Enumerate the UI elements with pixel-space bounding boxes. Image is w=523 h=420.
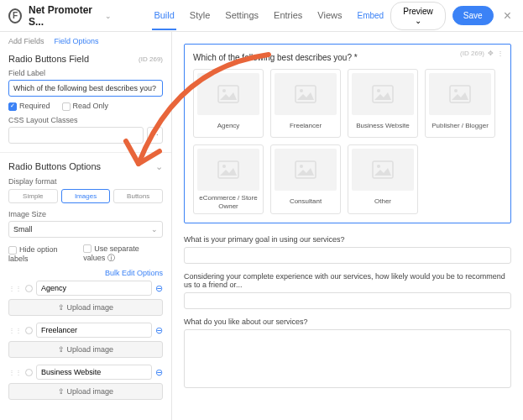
hide-labels-checkbox[interactable]: Hide option labels <box>8 245 71 263</box>
radio-icon[interactable] <box>25 285 33 292</box>
image-option-card[interactable]: Other <box>348 144 418 214</box>
field-label-input[interactable] <box>8 80 163 97</box>
option-row: ⋮⋮ ⊖ ⇪ Upload image <box>8 365 163 400</box>
card-label: eCommerce / Store Owner <box>197 194 259 210</box>
option-input[interactable] <box>36 323 152 338</box>
text-input[interactable] <box>184 247 511 264</box>
image-size-lbl: Image Size <box>8 210 163 218</box>
selected-field-block[interactable]: (ID 269) ✥ ⋮ Which of the following best… <box>184 44 511 223</box>
image-placeholder-icon <box>352 149 414 191</box>
image-size-select[interactable]: Small⌄ <box>8 221 163 238</box>
subtab-add-fields[interactable]: Add Fields <box>8 37 44 45</box>
remove-option-icon[interactable]: ⊖ <box>155 325 163 336</box>
question-text: What do you like about our services? <box>184 318 511 326</box>
image-placeholder-icon <box>275 149 337 191</box>
image-placeholder-icon <box>352 73 414 115</box>
card-label: Consultant <box>275 194 337 209</box>
more-icon[interactable]: ⋮ <box>497 50 504 57</box>
seg-simple[interactable]: Simple <box>8 189 58 203</box>
card-label: Business Website <box>352 118 414 134</box>
chevron-down-icon[interactable]: ⌄ <box>105 12 112 20</box>
css-classes-input[interactable] <box>8 127 144 144</box>
field-id-badge: (ID 269) <box>139 55 163 63</box>
image-placeholder-icon <box>275 73 337 115</box>
css-classes-lbl: CSS Layout Classes <box>8 116 163 124</box>
form-title[interactable]: Net Promoter S... <box>29 4 98 28</box>
move-icon[interactable]: ✥ <box>488 50 494 57</box>
tab-build[interactable]: Build <box>152 2 175 30</box>
drag-icon[interactable]: ⋮⋮ <box>8 369 22 376</box>
drag-icon[interactable]: ⋮⋮ <box>8 327 22 334</box>
separate-values-checkbox[interactable]: Use separate values ⓘ <box>83 244 163 265</box>
tab-entries[interactable]: Entries <box>272 2 304 30</box>
remove-option-icon[interactable]: ⊖ <box>155 367 163 378</box>
css-more-button[interactable]: ⋯ <box>147 127 163 144</box>
tab-settings[interactable]: Settings <box>223 2 260 30</box>
remove-option-icon[interactable]: ⊖ <box>155 283 163 294</box>
field-heading: Radio Buttons Field <box>8 54 89 64</box>
preview-button[interactable]: Preview ⌄ <box>390 2 446 30</box>
text-input[interactable] <box>184 292 511 309</box>
embed-link[interactable]: Embed <box>357 11 384 20</box>
display-format-lbl: Display format <box>8 177 163 186</box>
tab-views[interactable]: Views <box>316 2 343 30</box>
textarea-input[interactable] <box>184 329 511 388</box>
question-text: Which of the following best describes yo… <box>193 53 502 62</box>
svg-point-11 <box>300 165 303 168</box>
image-option-card[interactable]: Business Website <box>348 69 418 138</box>
svg-point-9 <box>222 165 226 168</box>
readonly-checkbox[interactable]: Read Only <box>62 102 109 111</box>
image-option-card[interactable]: eCommerce / Store Owner <box>193 144 264 214</box>
save-button[interactable]: Save <box>452 6 494 25</box>
image-placeholder-icon <box>197 149 259 191</box>
upload-image-button[interactable]: ⇪ Upload image <box>8 299 163 316</box>
image-option-card[interactable]: Agency <box>193 69 264 138</box>
option-row: ⋮⋮ ⊖ ⇪ Upload image <box>8 323 163 358</box>
drag-icon[interactable]: ⋮⋮ <box>8 285 22 292</box>
radio-icon[interactable] <box>25 327 33 334</box>
field-id-badge: (ID 269) <box>460 50 484 57</box>
app-logo: F <box>8 8 22 24</box>
required-checkbox[interactable]: Required <box>8 102 50 111</box>
card-label: Other <box>352 194 414 209</box>
card-label: Freelancer <box>275 118 337 134</box>
svg-point-3 <box>300 89 303 92</box>
upload-image-button[interactable]: ⇪ Upload image <box>8 341 163 358</box>
close-icon[interactable]: × <box>500 8 515 24</box>
card-label: Publisher / Blogger <box>429 118 491 134</box>
option-row: ⋮⋮ ⊖ ⇪ Upload image <box>8 281 163 316</box>
option-input[interactable] <box>36 365 152 380</box>
bulk-edit-link[interactable]: Bulk Edit Options <box>8 269 163 277</box>
question-text: What is your primary goal in using our s… <box>184 235 511 244</box>
option-input[interactable] <box>36 281 152 296</box>
seg-buttons[interactable]: Buttons <box>113 189 163 203</box>
radio-icon[interactable] <box>25 369 33 376</box>
question-text: Considering your complete experience wit… <box>184 272 511 289</box>
image-option-card[interactable]: Publisher / Blogger <box>425 69 495 138</box>
seg-images[interactable]: Images <box>61 189 111 203</box>
image-placeholder-icon <box>429 73 491 115</box>
svg-point-7 <box>454 89 458 92</box>
svg-point-5 <box>377 89 380 92</box>
options-heading: Radio Buttons Options <box>8 161 101 171</box>
image-option-card[interactable]: Freelancer <box>270 69 341 138</box>
collapse-icon[interactable]: ⌄ <box>155 161 163 172</box>
image-placeholder-icon <box>197 73 259 115</box>
card-label: Agency <box>197 118 259 134</box>
upload-image-button[interactable]: ⇪ Upload image <box>8 383 163 400</box>
svg-point-1 <box>222 89 226 92</box>
subtab-field-options[interactable]: Field Options <box>55 37 99 45</box>
field-label-lbl: Field Label <box>8 69 163 77</box>
image-option-card[interactable]: Consultant <box>270 144 341 214</box>
svg-point-13 <box>377 165 380 168</box>
tab-style[interactable]: Style <box>188 2 212 30</box>
